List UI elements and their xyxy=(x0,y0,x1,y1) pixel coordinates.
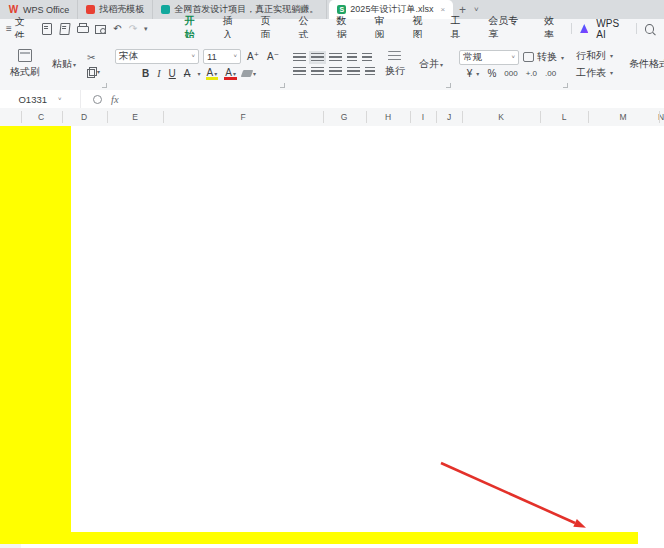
export-pdf-icon[interactable] xyxy=(59,23,71,34)
header-separator xyxy=(659,111,660,123)
percent-button[interactable]: % xyxy=(487,68,496,79)
redo-icon[interactable]: ↷ xyxy=(129,23,137,34)
column-header[interactable]: F xyxy=(231,108,255,126)
decrease-font-button[interactable]: A⁻ xyxy=(265,51,281,62)
header-separator xyxy=(21,111,22,123)
merge-cells-button[interactable]: 合并▾ xyxy=(415,56,447,72)
fill-color-button[interactable]: A▾ xyxy=(205,67,220,80)
bold-button[interactable]: B xyxy=(140,68,151,79)
print-preview-icon[interactable] xyxy=(95,23,106,34)
worksheet-button[interactable]: 工作表▾ xyxy=(576,66,613,80)
wps-ai-icon xyxy=(580,24,588,33)
number-format-select[interactable]: 常规˅ xyxy=(459,50,519,65)
sheet-grid[interactable]: 130772'3724815221022.16子481308230.4'3728… xyxy=(0,126,664,548)
column-header[interactable]: L xyxy=(552,108,576,126)
header-separator xyxy=(436,111,437,123)
formula-search-icon[interactable] xyxy=(93,95,102,104)
header-separator xyxy=(366,111,367,123)
fill-color-swatch xyxy=(206,77,219,80)
italic-button[interactable]: I xyxy=(155,68,162,79)
document-tab-label: 找稻壳模板 xyxy=(99,3,144,16)
align-left-icon[interactable] xyxy=(293,67,306,76)
separator xyxy=(571,23,572,34)
menubar-right: WPS AI xyxy=(571,18,664,40)
decrease-decimal-button[interactable]: .00 xyxy=(545,69,556,78)
align-middle-icon[interactable] xyxy=(311,53,324,62)
name-box[interactable]: O1331 ˅ xyxy=(0,90,81,108)
format-painter-icon xyxy=(18,49,32,62)
rows-columns-button[interactable]: 行和列▾ xyxy=(576,49,613,63)
quick-access-toolbar: ↶ ↷ ▾ xyxy=(41,23,161,34)
document-tab[interactable]: 找稻壳模板 xyxy=(78,0,153,19)
align-top-icon[interactable] xyxy=(293,53,306,62)
highlight-row xyxy=(0,532,638,544)
save-icon[interactable] xyxy=(41,23,52,34)
underline-button[interactable]: U xyxy=(167,68,178,79)
doc-icon xyxy=(161,5,170,14)
dialog-launcher-icon[interactable] xyxy=(563,83,568,88)
distribute-icon[interactable] xyxy=(365,67,375,76)
decrease-indent-icon[interactable] xyxy=(347,53,357,62)
header-separator xyxy=(410,111,411,123)
dialog-launcher-icon[interactable] xyxy=(102,83,107,88)
justify-icon[interactable] xyxy=(347,67,360,76)
number-group: 常规˅ 转换▾ ¥▾ % 000 +.0 .00 xyxy=(453,38,570,90)
alignment-group: 换行 合并▾ xyxy=(287,38,453,90)
font-family-select[interactable]: 宋体˅ xyxy=(115,49,199,64)
copy-button[interactable]: ▾ xyxy=(87,67,100,76)
paste-button[interactable]: 粘贴▾ xyxy=(48,56,80,72)
format-painter-button[interactable]: 格式刷 xyxy=(6,48,44,80)
highlight-column-m xyxy=(0,126,71,532)
font-size-select[interactable]: 11˅ xyxy=(203,49,241,64)
column-header[interactable]: J xyxy=(437,108,461,126)
row-header-strip xyxy=(0,544,21,548)
column-header[interactable]: N xyxy=(649,108,664,126)
wps-logo-icon: W xyxy=(8,5,19,14)
font-size-value: 11 xyxy=(207,51,217,62)
merge-cells-label: 合并▾ xyxy=(419,57,443,71)
column-header[interactable]: K xyxy=(489,108,513,126)
clipboard-group: 格式刷 粘贴▾ ✂ ▾ xyxy=(0,38,109,90)
currency-button[interactable]: ¥▾ xyxy=(467,68,480,79)
clear-button[interactable]: ▾ xyxy=(242,70,256,77)
cut-icon[interactable]: ✂ xyxy=(87,53,100,63)
dialog-launcher-icon[interactable] xyxy=(446,83,451,88)
increase-indent-icon[interactable] xyxy=(362,53,372,62)
column-header[interactable]: H xyxy=(376,108,400,126)
formula-input[interactable] xyxy=(119,90,664,108)
annotation-arrow xyxy=(0,126,664,548)
column-header[interactable]: E xyxy=(123,108,147,126)
align-right-icon[interactable] xyxy=(329,67,342,76)
qat-more-icon[interactable]: ▾ xyxy=(144,25,148,33)
print-icon[interactable] xyxy=(77,23,88,34)
column-header[interactable]: D xyxy=(72,108,96,126)
header-separator xyxy=(540,111,541,123)
thousands-separator-button[interactable]: 000 xyxy=(504,69,517,78)
font-family-value: 宋体 xyxy=(119,50,138,63)
dialog-launcher-icon[interactable] xyxy=(280,83,285,88)
font-color-button[interactable]: A▾ xyxy=(223,67,238,80)
insert-function-button[interactable]: fx xyxy=(111,94,119,105)
borders-button[interactable]: ▾ xyxy=(197,70,201,77)
column-header[interactable]: G xyxy=(332,108,356,126)
increase-decimal-button[interactable]: +.0 xyxy=(526,69,537,78)
align-bottom-icon[interactable] xyxy=(329,53,342,62)
convert-button[interactable]: 转换▾ xyxy=(523,50,564,64)
wps-ai-button[interactable]: WPS AI xyxy=(596,18,627,40)
number-format-value: 常规 xyxy=(463,51,482,64)
align-center-icon[interactable] xyxy=(311,67,324,76)
undo-icon[interactable]: ↶ xyxy=(113,23,121,34)
font-color-swatch xyxy=(224,77,237,80)
strikethrough-button[interactable]: A xyxy=(182,68,193,79)
header-separator xyxy=(62,111,63,123)
styles-group: 条件格式▾ xyxy=(619,38,664,90)
column-header[interactable]: M xyxy=(611,108,635,126)
conditional-formatting-button[interactable]: 条件格式▾ xyxy=(625,56,664,72)
search-icon[interactable] xyxy=(645,24,654,34)
wrap-text-button[interactable]: 换行 xyxy=(381,50,409,79)
conditional-formatting-label: 条件格式▾ xyxy=(629,57,664,71)
increase-font-button[interactable]: A⁺ xyxy=(245,51,261,62)
column-header[interactable]: C xyxy=(29,108,53,126)
column-header[interactable]: I xyxy=(411,108,435,126)
document-tab-label: WPS Office xyxy=(23,5,69,15)
